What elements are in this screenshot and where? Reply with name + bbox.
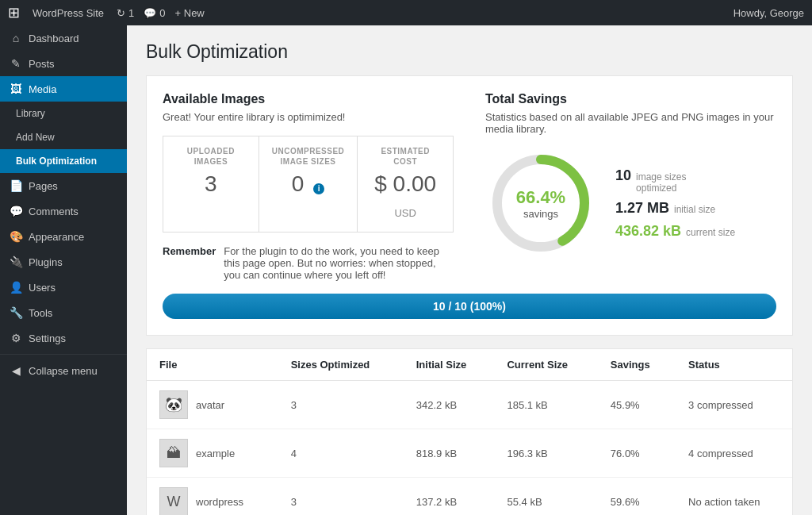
file-thumb-1: 🏔 (159, 439, 188, 467)
progress-text: 10 / 10 (100%) (433, 300, 506, 313)
current-size: 436.82 kB (615, 223, 681, 240)
table-header: File Sizes Optimized Initial Size Curren… (147, 349, 792, 381)
sidebar-label-library: Library (16, 108, 45, 119)
sidebar-item-media[interactable]: 🖼 Media (0, 76, 127, 102)
savings-stat-current: 436.82 kB current size (615, 223, 735, 240)
comments-count[interactable]: 💬 0 (144, 7, 165, 19)
stats-row: UPLOADEDIMAGES 3 UNCOMPRESSEDIMAGE SIZES… (163, 136, 454, 233)
stat-cost-value: $ 0.00 USD (370, 171, 440, 222)
sidebar-item-users[interactable]: 👤 Users (0, 275, 127, 300)
sidebar-item-bulk-optimization[interactable]: Bulk Optimization (0, 149, 127, 173)
savings-2: 59.6% (598, 478, 676, 516)
sidebar-divider (0, 354, 127, 355)
optimized-count: 10 (615, 167, 631, 184)
stat-uploaded-value: 3 (176, 171, 246, 197)
howdy: Howdy, George (733, 7, 804, 19)
donut-percent: 66.4% (516, 187, 565, 208)
current-0: 185.1 kB (494, 381, 597, 429)
stat-cost-label: ESTIMATEDCOST (370, 146, 440, 167)
file-thumb-0: 🐼 (159, 390, 188, 419)
file-cell-1: 🏔 example (147, 429, 278, 478)
col-savings: Savings (598, 349, 676, 381)
sidebar-item-library[interactable]: Library (0, 102, 127, 125)
progress-bar: 10 / 10 (100%) (163, 294, 776, 319)
remember-label: Remember (163, 245, 216, 257)
sidebar-label-posts: Posts (29, 58, 55, 70)
current-1: 196.3 kB (494, 429, 597, 478)
sidebar-item-pages[interactable]: 📄 Pages (0, 173, 127, 198)
file-name-1: example (196, 448, 235, 459)
file-name-2: wordpress (196, 496, 243, 508)
available-images-section: Available Images Great! Your entire libr… (163, 92, 454, 281)
savings-0: 45.9% (598, 381, 676, 429)
savings-1: 76.0% (598, 429, 676, 478)
sidebar-label-add-new: Add New (16, 132, 55, 143)
sidebar-label-media: Media (29, 83, 56, 95)
sidebar-label-comments: Comments (29, 206, 79, 217)
sidebar-item-appearance[interactable]: 🎨 Appearance (0, 224, 127, 249)
sidebar-item-settings[interactable]: ⚙ Settings (0, 325, 127, 351)
donut-center: 66.4% savings (516, 187, 565, 220)
current-desc: current size (686, 227, 735, 238)
sidebar-item-tools[interactable]: 🔧 Tools (0, 300, 127, 325)
available-images-subtitle: Great! Your entire library is optimimize… (163, 111, 454, 123)
tools-icon: 🔧 (10, 306, 22, 319)
appearance-icon: 🎨 (10, 230, 22, 243)
sidebar-label-tools: Tools (29, 307, 52, 319)
sidebar-label-plugins: Plugins (29, 256, 63, 268)
status-0: 3 compressed (676, 381, 792, 429)
sidebar: ⌂ Dashboard ✎ Posts 🖼 Media Library Add … (0, 25, 127, 515)
sidebar-item-dashboard[interactable]: ⌂ Dashboard (0, 25, 127, 51)
remember-text: For the plugin to do the work, you need … (224, 245, 454, 281)
donut-chart: 66.4% savings (485, 148, 596, 259)
sidebar-item-comments[interactable]: 💬 Comments (0, 198, 127, 224)
sidebar-item-add-new[interactable]: Add New (0, 125, 127, 149)
col-file: File (147, 349, 278, 381)
sidebar-label-dashboard: Dashboard (29, 33, 79, 44)
remember-row: Remember For the plugin to do the work, … (163, 245, 454, 281)
sidebar-item-posts[interactable]: ✎ Posts (0, 51, 127, 76)
dashboard-icon: ⌂ (10, 32, 22, 44)
table-body: 🐼 avatar 3 342.2 kB 185.1 kB 45.9% 3 com… (147, 381, 792, 516)
file-cell-2: W wordpress (147, 478, 278, 516)
current-2: 55.4 kB (494, 478, 597, 516)
file-name-0: avatar (196, 399, 224, 411)
site-name[interactable]: WordPress Site (33, 7, 104, 19)
file-thumb-2: W (159, 487, 188, 515)
file-cell-0: 🐼 avatar (147, 381, 278, 429)
topbar-items: ↻ 1 💬 0 + New (117, 7, 205, 19)
new-button[interactable]: + New (175, 7, 205, 19)
sidebar-label-bulk-optimization: Bulk Optimization (16, 156, 97, 167)
page-title: Bulk Optimization (146, 41, 793, 63)
users-icon: 👤 (10, 281, 22, 294)
sizes-2: 3 (278, 478, 404, 516)
col-current: Current Size (494, 349, 597, 381)
sidebar-label-collapse: Collapse menu (29, 365, 98, 377)
sidebar-label-appearance: Appearance (29, 231, 84, 243)
total-savings-title: Total Savings (485, 92, 776, 106)
main-content: Bulk Optimization Available Images Great… (127, 25, 812, 515)
total-savings-section: Total Savings Statistics based on all av… (485, 92, 776, 281)
table-row: 🐼 avatar 3 342.2 kB 185.1 kB 45.9% 3 com… (147, 381, 792, 429)
main-card: Available Images Great! Your entire libr… (146, 75, 793, 336)
sidebar-item-plugins[interactable]: 🔌 Plugins (0, 249, 127, 275)
savings-content: 66.4% savings 10 image sizesoptimized 1.… (485, 148, 776, 259)
stat-uncompressed-label: UNCOMPRESSEDIMAGE SIZES (272, 146, 345, 167)
stat-cost: ESTIMATEDCOST $ 0.00 USD (358, 136, 453, 232)
table-row: 🏔 example 4 818.9 kB 196.3 kB 76.0% 4 co… (147, 429, 792, 478)
updates-count[interactable]: ↻ 1 (117, 7, 134, 19)
info-icon[interactable]: i (313, 183, 324, 194)
pages-icon: 📄 (10, 179, 22, 192)
sidebar-label-users: Users (29, 282, 56, 294)
sizes-1: 4 (278, 429, 404, 478)
wp-logo: ⊞ (8, 4, 20, 21)
initial-desc: initial size (674, 204, 715, 215)
comments-icon: 💬 (10, 205, 22, 217)
files-table-card: File Sizes Optimized Initial Size Curren… (146, 348, 793, 515)
savings-stat-initial: 1.27 MB initial size (615, 200, 735, 217)
sidebar-label-settings: Settings (29, 332, 66, 344)
posts-icon: ✎ (10, 57, 22, 70)
settings-icon: ⚙ (10, 332, 22, 344)
sidebar-collapse[interactable]: ◀ Collapse menu (0, 358, 127, 383)
collapse-icon: ◀ (10, 364, 22, 377)
